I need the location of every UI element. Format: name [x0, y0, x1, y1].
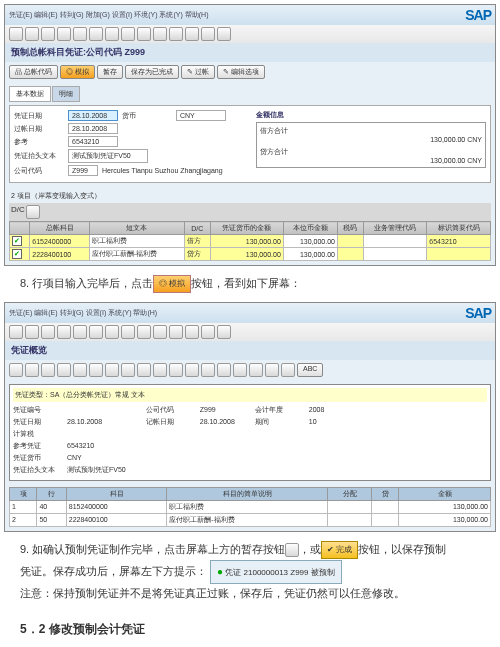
- check-icon: ✔: [12, 236, 22, 246]
- toolbar-icon[interactable]: [121, 325, 135, 339]
- label: 借方合计: [260, 126, 482, 136]
- sap-logo: SAP: [465, 7, 491, 23]
- credit-total: 130,000.00: [430, 157, 465, 164]
- toolbar-icon[interactable]: [137, 325, 151, 339]
- table-row[interactable]: 1408152400000职工福利费130,000.00: [10, 500, 491, 513]
- toolbar-icon[interactable]: [25, 325, 39, 339]
- abc-button[interactable]: ABC: [297, 363, 323, 377]
- toolbar-icon[interactable]: [57, 27, 71, 41]
- amount-info: 金额信息 借方合计 130,000.00 CNY 贷方合计 130,000.00…: [256, 110, 486, 178]
- toolbar-icon[interactable]: [41, 27, 55, 41]
- toolbar-icon[interactable]: [169, 363, 183, 377]
- company-code-field[interactable]: Z999: [68, 165, 98, 176]
- toolbar-icon[interactable]: [25, 363, 39, 377]
- table-row[interactable]: ✔ 2228400100应付职工薪酬-福利费贷方130,000.00130,00…: [10, 248, 491, 261]
- table-header: 项行科目科目的简单说明分配贷金额: [10, 487, 491, 500]
- toolbar-icon[interactable]: [153, 363, 167, 377]
- toolbar-icon[interactable]: [153, 27, 167, 41]
- toolbar-icon[interactable]: [121, 363, 135, 377]
- toolbar-icon[interactable]: [9, 325, 23, 339]
- hold-icon: [285, 543, 299, 557]
- toolbar-icon[interactable]: [153, 325, 167, 339]
- toolbar-icon[interactable]: [41, 363, 55, 377]
- simulate-button-img: ◎ 模拟: [153, 275, 191, 293]
- toolbar-icon[interactable]: [89, 27, 103, 41]
- toolbar-icon[interactable]: [137, 363, 151, 377]
- toolbar-icon[interactable]: [105, 363, 119, 377]
- toolbar-icon[interactable]: [73, 27, 87, 41]
- tab-basic[interactable]: 基本数据: [9, 86, 51, 102]
- toolbar-icon[interactable]: [105, 27, 119, 41]
- line-items-grid: 2 项目（岸幕变现输入变式） D/C 总帐科目短文本D/C凭证货币的金额本位币金…: [9, 189, 491, 261]
- toolbar-icon[interactable]: [217, 27, 231, 41]
- toolbar-icon[interactable]: [26, 205, 40, 219]
- toolbar-icon[interactable]: [25, 27, 39, 41]
- toolbar-icon[interactable]: [169, 325, 183, 339]
- menu-bar: 凭证(E) 编辑(E) 转到(G) 附加(G) 设置(I) 环境(Y) 系统(Y…: [5, 5, 495, 25]
- toolbar-icon[interactable]: [281, 363, 295, 377]
- toolbar-icon[interactable]: [105, 325, 119, 339]
- currency-field[interactable]: CNY: [176, 110, 226, 121]
- toolbar-icon[interactable]: [217, 363, 231, 377]
- label: 参考: [14, 137, 64, 147]
- section-5-2-heading: 5．2 修改预制会计凭证: [0, 611, 500, 647]
- toolbar-icon[interactable]: [185, 325, 199, 339]
- post-button[interactable]: ✎ 过帐: [181, 65, 215, 79]
- table-header: 总帐科目短文本D/C凭证货币的金额本位币金额税码业务管理代码标识简要代码: [10, 222, 491, 235]
- tab-strip: 基本数据 明细: [9, 86, 491, 102]
- edit-options-button[interactable]: ✎ 编辑选项: [217, 65, 265, 79]
- label: 公司代码: [14, 166, 64, 176]
- toolbar-icon[interactable]: [41, 325, 55, 339]
- reference-field[interactable]: 6543210: [68, 136, 118, 147]
- toolbar-icon[interactable]: [137, 27, 151, 41]
- toolbar-icon[interactable]: [73, 325, 87, 339]
- toolbar-icon[interactable]: [9, 27, 23, 41]
- instruction-9: 9. 如确认预制凭证制作完毕，点击屏幕上方的暂存按钮，或✔ 完成按钮，以保存预制…: [0, 532, 500, 612]
- sap-screen-1: 凭证(E) 编辑(E) 转到(G) 附加(G) 设置(I) 环境(Y) 系统(Y…: [4, 4, 496, 266]
- toolbar-icon[interactable]: [9, 363, 23, 377]
- header-text-field[interactable]: 测试预制凭证FV50: [68, 149, 148, 163]
- app-toolbar: ABC: [5, 360, 495, 380]
- menu-items[interactable]: 凭证(E) 编辑(E) 转到(G) 附加(G) 设置(I) 环境(Y) 系统(Y…: [9, 10, 208, 20]
- screen-title: 凭证概览: [5, 341, 495, 360]
- app-toolbar: 品 总帐代码 ◎ 模拟 暂存 保存为已完成 ✎ 过帐 ✎ 编辑选项: [5, 62, 495, 82]
- toolbar-icon[interactable]: [201, 325, 215, 339]
- form-left: 凭证日期28.10.2008货币CNY 过帐日期28.10.2008 参考654…: [14, 110, 244, 178]
- company-name: Hercules Tianpu Suzhou Zhangjiagang: [102, 167, 223, 174]
- gl-code-button[interactable]: 品 总帐代码: [9, 65, 58, 79]
- toolbar-icon[interactable]: [201, 27, 215, 41]
- items-grid: 项行科目科目的简单说明分配贷金额 1408152400000职工福利费130,0…: [9, 487, 491, 527]
- post-date-field[interactable]: 28.10.2008: [68, 123, 118, 134]
- toolbar-icon[interactable]: [57, 325, 71, 339]
- toolbar-icon[interactable]: [201, 363, 215, 377]
- sap-screen-2: 凭证(E) 编辑(E) 转到(G) 设置(I) 系统(Y) 帮助(H) SAP …: [4, 302, 496, 532]
- success-icon: ●: [217, 566, 223, 577]
- sap-logo: SAP: [465, 305, 491, 321]
- toolbar-icon[interactable]: [121, 27, 135, 41]
- instruction-8: 8. 行项目输入完毕后，点击◎ 模拟按钮，看到如下屏幕：: [0, 266, 500, 302]
- toolbar-icon[interactable]: [73, 363, 87, 377]
- toolbar-icon[interactable]: [249, 363, 263, 377]
- amount-title: 金额信息: [256, 110, 486, 120]
- toolbar-icon[interactable]: [265, 363, 279, 377]
- toolbar-icon[interactable]: [233, 363, 247, 377]
- toolbar-icon[interactable]: [185, 27, 199, 41]
- table-row[interactable]: ✔ 6152400000职工福利费借方130,000.00130,000.006…: [10, 235, 491, 248]
- label: 过帐日期: [14, 124, 64, 134]
- toolbar-icon[interactable]: [185, 363, 199, 377]
- table-row[interactable]: 2502228400100应付职工薪酬-福利费130,000.00: [10, 513, 491, 526]
- menu-items[interactable]: 凭证(E) 编辑(E) 转到(G) 设置(I) 系统(Y) 帮助(H): [9, 308, 157, 318]
- simulate-button[interactable]: ◎ 模拟: [60, 65, 95, 79]
- toolbar-icon[interactable]: [89, 363, 103, 377]
- doc-date-field[interactable]: 28.10.2008: [68, 110, 118, 121]
- label: 凭证日期: [14, 111, 64, 121]
- main-toolbar: [5, 323, 495, 341]
- toolbar-icon[interactable]: [169, 27, 183, 41]
- toolbar-icon[interactable]: [89, 325, 103, 339]
- hold-button[interactable]: 暂存: [97, 65, 123, 79]
- tab-detail[interactable]: 明细: [52, 86, 80, 102]
- toolbar-icon[interactable]: [217, 325, 231, 339]
- debit-total: 130,000.00: [430, 136, 465, 143]
- save-complete-button[interactable]: 保存为已完成: [125, 65, 179, 79]
- toolbar-icon[interactable]: [57, 363, 71, 377]
